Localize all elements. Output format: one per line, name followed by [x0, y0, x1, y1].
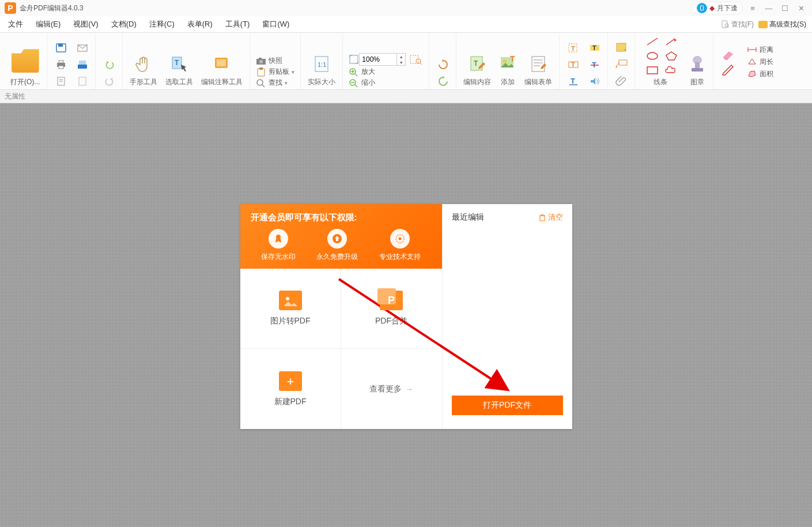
zoom-out-button[interactable]: 缩小: [346, 77, 377, 88]
advanced-find-button[interactable]: 高级查找(S): [758, 20, 806, 29]
highlight-button[interactable]: T: [584, 40, 605, 56]
clear-label: 清空: [548, 212, 563, 223]
rotate-cw-button[interactable]: [433, 57, 454, 73]
menu-file[interactable]: 文件: [6, 17, 25, 32]
gem-icon: ◆: [709, 4, 715, 12]
add-button[interactable]: T 添加: [496, 53, 520, 88]
hand-tool-button[interactable]: 手形工具: [126, 53, 161, 88]
zoom-out-label: 缩小: [361, 78, 375, 88]
open-button[interactable]: 打开(O)...: [7, 44, 43, 88]
start-tiles: 图片转PDF P PDF合并 ＋ 新建PDF 查看更多→: [240, 269, 442, 429]
svg-line-4: [728, 27, 729, 28]
close-button[interactable]: ✕: [795, 2, 807, 14]
text-select-button[interactable]: T: [563, 40, 584, 56]
area-label: 面积: [760, 69, 773, 79]
zoom-in-button[interactable]: 放大: [346, 66, 377, 77]
strikethrough-button[interactable]: T: [584, 57, 605, 73]
new-page-button[interactable]: [51, 73, 71, 89]
svg-text:T: T: [474, 59, 478, 67]
svg-point-84: [286, 297, 289, 300]
menu-edit[interactable]: 编辑(E): [33, 17, 63, 32]
print-button[interactable]: [51, 57, 71, 73]
svg-point-64: [647, 52, 658, 59]
menu-form[interactable]: 表单(R): [185, 17, 215, 32]
underline-button[interactable]: T: [563, 73, 584, 89]
snapshot-button[interactable]: 快照: [254, 55, 285, 66]
stamp-button[interactable]: 图章: [685, 53, 709, 88]
select-label: 选取工具: [165, 77, 193, 87]
undo-button[interactable]: [99, 57, 120, 73]
callout-button[interactable]: [611, 57, 632, 73]
menu-window[interactable]: 窗口(W): [260, 17, 292, 32]
zoom-input[interactable]: [359, 53, 397, 66]
menu-tool[interactable]: 工具(T): [223, 17, 252, 32]
area-button[interactable]: 面积: [745, 69, 776, 80]
marquee-zoom-icon[interactable]: [409, 54, 423, 65]
svg-line-62: [647, 38, 658, 45]
maximize-button[interactable]: ☐: [779, 2, 791, 14]
minimize-button[interactable]: —: [762, 2, 775, 14]
page-find-icon: [722, 20, 730, 28]
rect-icon: [642, 62, 663, 78]
scan-button[interactable]: [72, 57, 93, 73]
zoom-in-icon: [349, 67, 359, 77]
edit-content-button[interactable]: T 编辑内容: [460, 53, 494, 88]
vip-perk1-label: 保存无水印: [261, 253, 296, 261]
open-pdf-button[interactable]: 打开PDF文件: [452, 396, 563, 415]
user-chip[interactable]: ◆ 月下逢: [692, 2, 743, 14]
audio-annot-button[interactable]: [584, 73, 605, 89]
fit-page-icon[interactable]: [349, 54, 359, 65]
hand-label: 手形工具: [130, 77, 157, 87]
svg-point-22: [259, 60, 263, 63]
find-tool-button[interactable]: 查找▾: [254, 77, 290, 88]
menu-annot[interactable]: 注释(C): [147, 17, 177, 32]
clear-recent-button[interactable]: 清空: [538, 212, 563, 223]
svg-point-44: [503, 59, 507, 63]
redo-button[interactable]: [99, 73, 120, 89]
svg-rect-7: [78, 45, 87, 51]
vip-perk-upgrade: 永久免费升级: [316, 229, 358, 262]
perimeter-button[interactable]: 周长: [745, 57, 776, 67]
rotate-ccw-button[interactable]: [433, 73, 454, 89]
edit-annot-button[interactable]: 编辑注释工具: [198, 53, 246, 88]
edit-form-button[interactable]: 编辑表单: [521, 53, 556, 88]
menu-more-icon[interactable]: ≡: [746, 2, 759, 14]
edit-content-icon: T: [469, 54, 486, 74]
pencil-button[interactable]: [720, 62, 737, 76]
tile-view-more[interactable]: 查看更多→: [341, 349, 442, 429]
area-icon: [747, 70, 757, 78]
distance-button[interactable]: 距离: [745, 44, 776, 55]
group-callout: [608, 34, 635, 89]
group-edit-content: T 编辑内容 T 添加 编辑表单: [456, 34, 560, 89]
svg-text:T: T: [592, 61, 596, 69]
clipboard-button[interactable]: 剪贴板▾: [254, 66, 297, 77]
select-tool-button[interactable]: T 选取工具: [162, 53, 197, 88]
svg-text:T: T: [571, 45, 575, 52]
menu-doc[interactable]: 文档(D): [109, 17, 139, 32]
tile-new-pdf[interactable]: ＋ 新建PDF: [240, 349, 341, 429]
find-button[interactable]: 查找(F): [722, 20, 754, 29]
edit-form-icon: [530, 54, 547, 74]
attach-button[interactable]: [611, 73, 632, 89]
actual-size-button[interactable]: 1:1 实际大小: [304, 53, 339, 88]
app-logo-icon: P: [5, 2, 16, 14]
svg-line-27: [262, 85, 265, 87]
svg-rect-79: [540, 216, 545, 221]
mail-button[interactable]: [72, 40, 93, 56]
vip-panel[interactable]: 开通会员即可享有以下权限: 保存无水印 永久免费升级 专业技术支持: [240, 204, 442, 269]
new-blank-button[interactable]: [72, 73, 93, 89]
zoom-spinner[interactable]: ▲▼: [397, 53, 406, 66]
sticky-note-button[interactable]: [611, 40, 632, 56]
lines-button[interactable]: 线条: [639, 33, 682, 88]
eraser-button[interactable]: [720, 47, 737, 61]
svg-marker-65: [666, 52, 677, 60]
text-box-button[interactable]: T: [563, 57, 584, 73]
badge-icon: [269, 229, 288, 249]
save-button[interactable]: [51, 40, 71, 56]
vip-perk2-label: 永久免费升级: [316, 253, 358, 261]
tile-image-to-pdf[interactable]: 图片转PDF: [240, 269, 341, 349]
menu-view[interactable]: 视图(V): [71, 17, 100, 32]
property-text: 无属性: [5, 92, 25, 101]
tile-pdf-merge[interactable]: P PDF合并: [341, 269, 442, 349]
svg-point-78: [399, 238, 402, 240]
